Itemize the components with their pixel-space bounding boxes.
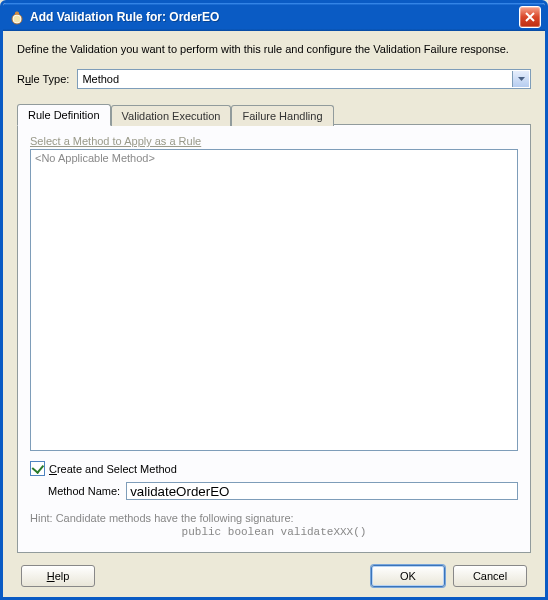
rule-type-value: Method (82, 73, 119, 85)
cancel-button[interactable]: Cancel (453, 565, 527, 587)
titlebar: Add Validation Rule for: OrderEO (3, 3, 545, 31)
svg-point-1 (14, 16, 21, 23)
tab-bar: Rule Definition Validation Execution Fai… (17, 103, 531, 124)
help-button[interactable]: Help (21, 565, 95, 587)
create-method-checkbox[interactable] (30, 461, 45, 476)
tab-failure-handling[interactable]: Failure Handling (231, 105, 333, 126)
intro-text: Define the Validation you want to perfor… (17, 43, 531, 55)
dropdown-arrow-icon (512, 71, 529, 87)
ok-button[interactable]: OK (371, 565, 445, 587)
dialog-window: Add Validation Rule for: OrderEO Define … (0, 0, 548, 600)
window-title: Add Validation Rule for: OrderEO (30, 10, 519, 24)
rule-type-label: Rule Type: (17, 73, 69, 85)
method-name-row: Method Name: (48, 482, 518, 500)
rule-type-select[interactable]: Method (77, 69, 531, 89)
tab-rule-definition[interactable]: Rule Definition (17, 104, 111, 126)
signature-text: public boolean validateXXX() (30, 526, 518, 538)
dialog-body: Define the Validation you want to perfor… (3, 31, 545, 597)
method-name-input[interactable] (126, 482, 518, 500)
method-section-label: Select a Method to Apply as a Rule (30, 135, 518, 147)
close-button[interactable] (519, 6, 541, 28)
tab-panel: Select a Method to Apply as a Rule <No A… (17, 124, 531, 553)
footer: Help OK Cancel (17, 559, 531, 587)
create-method-row: Create and Select Method (30, 461, 518, 476)
create-method-label[interactable]: Create and Select Method (49, 463, 177, 475)
app-icon (9, 9, 25, 25)
hint-text: Hint: Candidate methods have the followi… (30, 512, 518, 524)
tab-validation-execution[interactable]: Validation Execution (111, 105, 232, 126)
listbox-placeholder: <No Applicable Method> (35, 152, 155, 164)
rule-type-row: Rule Type: Method (17, 69, 531, 89)
method-name-label: Method Name: (48, 485, 120, 497)
method-listbox[interactable]: <No Applicable Method> (30, 149, 518, 451)
